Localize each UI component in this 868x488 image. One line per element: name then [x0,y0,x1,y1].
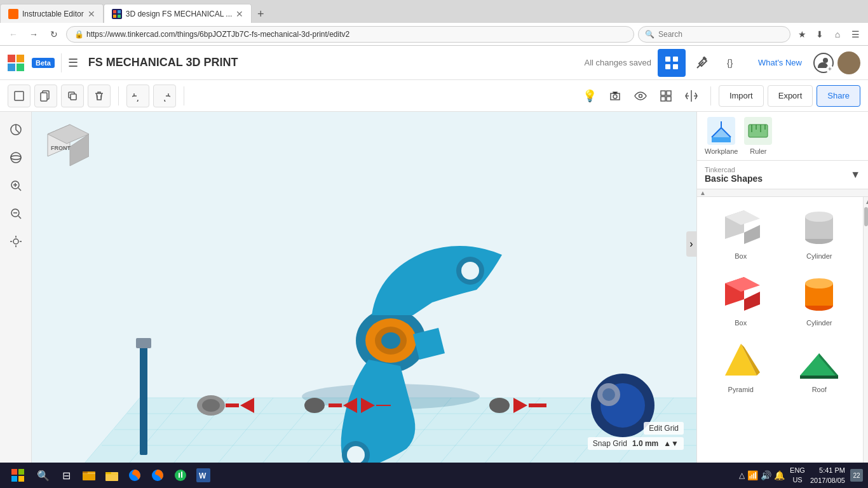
undo-button[interactable] [126,85,149,107]
taskbar-firefox-icon[interactable] [125,465,145,485]
export-button[interactable]: Export [768,85,813,107]
code-view-button[interactable]: {} [719,49,747,77]
taskbar-time: 5:41 PM [810,465,845,476]
taskbar-word-icon[interactable]: W [193,465,214,485]
beta-badge: Beta [32,58,55,68]
tab-instructable[interactable]: Instructable Editor ✕ [0,4,104,23]
search-icon: 🔍 [645,30,654,39]
scroll-top-indicator[interactable]: ▲ [700,189,706,196]
shape-item-roof[interactable]: Roof [783,337,856,397]
toolbar-separator-1 [118,86,119,105]
duplicate-button[interactable] [61,85,84,107]
visibility-tool-button[interactable] [629,85,652,107]
grid-tool-button[interactable] [654,85,677,107]
redo-button[interactable] [153,85,176,107]
notification-count[interactable]: 22 [850,469,863,482]
notification-icon[interactable]: 🔔 [774,470,785,480]
taskbar-music-icon[interactable] [170,465,191,485]
network-icon[interactable]: 📶 [747,470,758,480]
svg-rect-104 [18,476,24,482]
back-button[interactable]: ← [5,26,22,43]
svg-point-111 [175,470,186,481]
camera-tool-button[interactable] [604,85,627,107]
shape-label-box-gray: Box [735,252,747,260]
svg-rect-1 [118,10,121,13]
start-button[interactable] [5,463,31,488]
shape-category-dropdown[interactable]: ▼ [850,169,860,180]
svg-rect-7 [673,64,678,69]
add-user-plus-icon: + [826,65,834,73]
forward-button[interactable]: → [25,26,42,43]
save-status: All changes saved [585,58,652,67]
build-mode-button[interactable] [688,49,716,77]
svg-point-95 [805,278,833,288]
taskbar-search-icon[interactable]: 🔍 [33,465,53,485]
taskbar-system-tray: △ 📶 🔊 🔔 ENG US 5:41 PM 2017/08/05 22 [739,465,863,486]
shape-item-pyramid[interactable]: Pyramid [705,337,777,397]
new-tab-button[interactable]: + [252,5,269,23]
mirror-tool-button[interactable] [680,85,703,107]
toolbar: 💡 [0,80,868,112]
copy-clipboard-button[interactable] [34,85,57,107]
bookmark-icon[interactable]: ★ [794,27,810,42]
shape-item-box-gray[interactable]: Box [705,203,777,264]
zoom-in-button[interactable] [4,174,27,197]
shape-item-cylinder-gray[interactable]: Cylinder [783,203,856,264]
search-input[interactable] [658,30,783,39]
tab-tinkercad[interactable]: 3D design FS MECHANICAL ... ✕ [104,4,252,23]
svg-rect-106 [83,471,88,473]
download-icon[interactable]: ⬇ [812,27,827,42]
url-bar[interactable]: 🔒 https://www.tinkercad.com/things/6bpJO… [66,26,634,43]
viewport[interactable]: FRONT Edit Grid Snap Grid 1.0 mm ▲▼ [32,112,696,488]
snap-grid-stepper[interactable]: ▲▼ [663,439,679,448]
import-button[interactable]: Import [719,85,764,107]
home-icon[interactable]: ⌂ [830,27,845,42]
tinkercad-tab-close[interactable]: ✕ [236,10,243,18]
svg-rect-6 [665,64,670,69]
tinkercad-tab-icon [112,9,122,19]
fit-view-button[interactable] [4,230,27,253]
workplane-tool-button[interactable]: Workplane [705,117,738,155]
shape-item-cylinder-orange[interactable]: Cylinder [783,270,856,330]
taskbar-task-view-icon[interactable]: ⊟ [56,465,76,485]
svg-rect-19 [661,97,665,101]
refresh-button[interactable]: ↻ [46,26,62,43]
right-panel-scrollbar[interactable]: ▲ [863,197,868,488]
zoom-out-button[interactable] [4,202,27,225]
panel-collapse-button[interactable]: › [686,231,696,257]
taskbar-folder-icon[interactable] [102,465,122,485]
instructable-tab-close[interactable]: ✕ [88,10,95,18]
scrollbar-thumb[interactable] [864,207,868,226]
language-us: US [790,475,805,485]
share-button[interactable]: Share [817,85,860,107]
ruler-icon [744,117,772,145]
svg-text:{}: {} [727,58,733,68]
nav-cube[interactable]: FRONT [38,118,89,169]
svg-rect-102 [18,469,24,475]
system-tray-arrow[interactable]: △ [739,471,745,480]
edit-grid-button[interactable]: Edit Grid [644,422,684,435]
user-avatar[interactable] [837,51,860,74]
svg-rect-0 [113,10,116,13]
scrollbar-up-arrow[interactable]: ▲ [864,197,868,207]
delete-button[interactable] [88,85,111,107]
whats-new-button[interactable]: What's New [753,58,807,67]
taskbar-firefox-2-icon[interactable] [147,465,168,485]
orbit-button[interactable] [4,146,27,169]
app-header: Beta ☰ FS MECHANICAL 3D PRINT All change… [0,46,868,80]
svg-rect-2 [113,15,116,18]
new-button[interactable] [8,85,31,107]
light-tool-button[interactable]: 💡 [578,85,601,107]
menu-icon[interactable]: ☰ [848,27,863,42]
taskbar-file-manager-icon[interactable] [79,465,99,485]
hamburger-menu[interactable]: ☰ [68,56,78,70]
shape-item-box-red[interactable]: Box [705,270,777,330]
svg-point-15 [613,95,617,98]
volume-icon[interactable]: 🔊 [761,470,771,480]
home-view-button[interactable] [4,118,27,141]
search-box[interactable]: 🔍 [638,26,790,43]
add-user-button[interactable]: + [813,53,834,73]
svg-rect-12 [41,93,47,101]
ruler-tool-button[interactable]: Ruler [744,117,772,155]
grid-view-button[interactable] [658,49,686,77]
